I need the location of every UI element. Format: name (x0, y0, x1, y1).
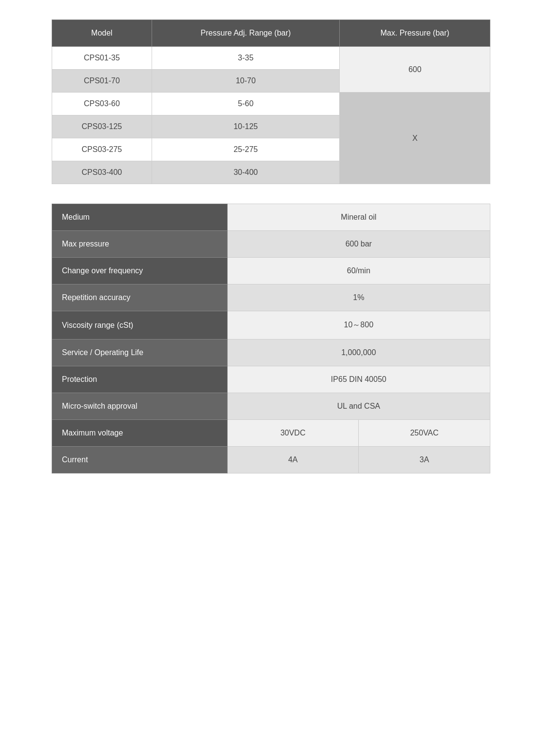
table-row: Change over frequency 60/min (52, 258, 490, 284)
spec-value: 600 bar (227, 231, 490, 258)
table-row: Protection IP65 DIN 40050 (52, 366, 490, 393)
col-model: Model (52, 20, 152, 47)
table-row: Current 4A 3A (52, 447, 490, 473)
table-row: Repetition accuracy 1% (52, 284, 490, 311)
table-row: CPS01-35 3-35 600 (52, 47, 490, 70)
spec-value: UL and CSA (227, 393, 490, 420)
table-row: Medium Mineral oil (52, 204, 490, 231)
max-pressure-cell: X (340, 93, 490, 184)
table-row: Micro-switch approval UL and CSA (52, 393, 490, 420)
spec-label: Maximum voltage (52, 420, 228, 447)
spec-value: 10～800 (227, 311, 490, 340)
spec-value-ac: 3A (359, 447, 490, 473)
spec-value: Mineral oil (227, 204, 490, 231)
spec-label: Current (52, 447, 228, 473)
spec-value: IP65 DIN 40050 (227, 366, 490, 393)
spec-value-dc: 4A (227, 447, 359, 473)
range-cell: 25-275 (152, 138, 340, 161)
spec-label: Micro-switch approval (52, 393, 228, 420)
table-row: Service / Operating Life 1,000,000 (52, 340, 490, 366)
spec-value: 1,000,000 (227, 340, 490, 366)
spec-label: Max pressure (52, 231, 228, 258)
model-cell: CPS03-275 (52, 138, 152, 161)
max-pressure-cell: 600 (340, 47, 490, 93)
spec-value: 60/min (227, 258, 490, 284)
table-row: Max pressure 600 bar (52, 231, 490, 258)
table-row: Viscosity range (cSt) 10～800 (52, 311, 490, 340)
spec-label: Change over frequency (52, 258, 228, 284)
spec-label: Viscosity range (cSt) (52, 311, 228, 340)
model-cell: CPS01-70 (52, 70, 152, 93)
specs-table: Medium Mineral oil Max pressure 600 bar … (52, 204, 490, 473)
model-cell: CPS03-125 (52, 115, 152, 138)
spec-label: Repetition accuracy (52, 284, 228, 311)
col-max-pressure: Max. Pressure (bar) (340, 20, 490, 47)
spec-label: Medium (52, 204, 228, 231)
model-cell: CPS03-60 (52, 93, 152, 115)
range-cell: 3-35 (152, 47, 340, 70)
spec-value: 1% (227, 284, 490, 311)
spec-label: Protection (52, 366, 228, 393)
page-container: Model Pressure Adj. Range (bar) Max. Pre… (52, 10, 490, 483)
spec-value-dc: 30VDC (227, 420, 359, 447)
range-cell: 5-60 (152, 93, 340, 115)
model-cell: CPS03-400 (52, 161, 152, 184)
model-table: Model Pressure Adj. Range (bar) Max. Pre… (52, 19, 490, 184)
model-cell: CPS01-35 (52, 47, 152, 70)
range-cell: 30-400 (152, 161, 340, 184)
spec-label: Service / Operating Life (52, 340, 228, 366)
range-cell: 10-70 (152, 70, 340, 93)
table-row: Maximum voltage 30VDC 250VAC (52, 420, 490, 447)
spec-value-ac: 250VAC (359, 420, 490, 447)
range-cell: 10-125 (152, 115, 340, 138)
col-pressure-range: Pressure Adj. Range (bar) (152, 20, 340, 47)
table-row: CPS03-60 5-60 X (52, 93, 490, 115)
